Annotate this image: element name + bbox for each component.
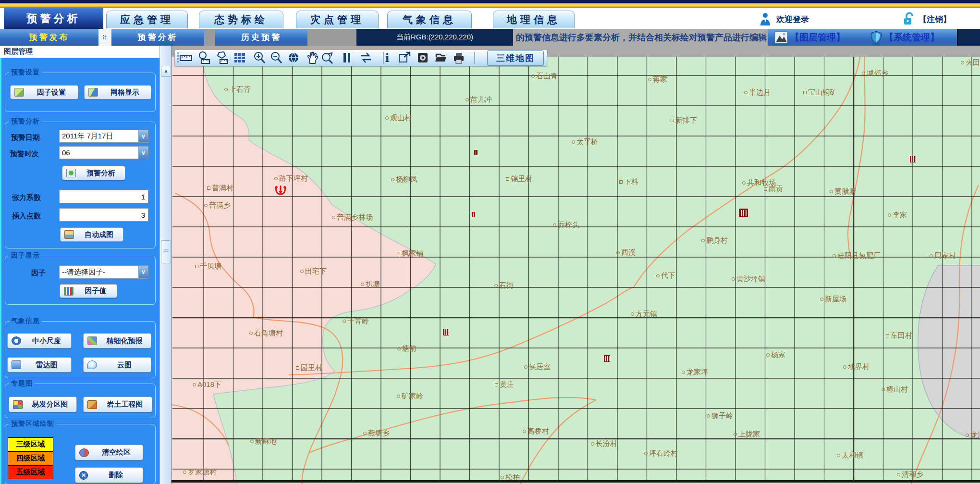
tab-1[interactable]: 预警分析: [4, 8, 103, 29]
sidebar-scrollbar[interactable]: ∧: [159, 46, 171, 484]
map-place-label: 火田: [961, 58, 980, 67]
tab-4[interactable]: 灾点管理: [296, 11, 379, 28]
circle-marker-icon: [820, 298, 823, 301]
layer-manage-button[interactable]: 【图层管理】: [774, 30, 845, 45]
circle-marker-icon: [631, 312, 634, 316]
group-title: 气象信息: [9, 317, 42, 325]
zone-level-5-swatch[interactable]: 五级区域: [8, 465, 53, 479]
pause-icon[interactable]: [340, 51, 354, 64]
warning-date-dropdown[interactable]: 2011年 7月17日 ∨: [59, 130, 148, 143]
map-place-label: 长汾村: [591, 439, 617, 448]
map-place-label: 车田村: [886, 331, 912, 340]
info-icon[interactable]: i: [380, 51, 394, 64]
map-bottom-edge: [172, 480, 980, 483]
zoom-previous-icon[interactable]: [320, 51, 334, 64]
thematic-button-2[interactable]: 岩土工程图: [83, 397, 152, 412]
map-3d-button[interactable]: 三维地图: [487, 50, 544, 66]
sub-tab-bar: 预警发布预警分析历史预警 计 当前RGB:(220,220,220) 的预警信息…: [0, 29, 980, 46]
factor-value-button[interactable]: 因子值: [60, 284, 117, 298]
unlock-icon: [903, 12, 915, 26]
circle-marker-icon: [531, 74, 535, 78]
circle-marker-icon: [397, 347, 401, 350]
warning-analyze-button[interactable]: 预警分析: [62, 166, 125, 180]
map-place-label: 下料: [619, 177, 638, 186]
chevron-down-icon[interactable]: ∨: [138, 266, 148, 278]
chevron-down-icon[interactable]: ∨: [138, 130, 148, 142]
square-marker-icon: [195, 265, 198, 268]
circle-marker-icon: [966, 434, 969, 437]
map-place-label: 太平桥: [572, 137, 598, 147]
logout-label: 【注销】: [919, 14, 951, 25]
map-place-label: 普满乡林场: [332, 213, 373, 222]
print-icon[interactable]: [452, 51, 466, 64]
group-title: 因子显示: [9, 251, 42, 260]
circle-marker-icon: [343, 320, 346, 323]
zoom-in-icon[interactable]: [253, 51, 266, 64]
map-place-label: 椿山村: [882, 385, 908, 394]
insert-points-input[interactable]: [59, 208, 148, 222]
map-place-label: 千贝塘: [195, 262, 221, 271]
scrollbar-handle[interactable]: [161, 240, 171, 263]
logout[interactable]: 【注销】: [903, 11, 951, 28]
circle-marker-icon: [494, 284, 498, 287]
sidebar-title-label: 图层管理: [4, 47, 33, 56]
delete-button[interactable]: ✕ 删除: [75, 467, 143, 483]
map-place-label: 田宅下: [300, 267, 327, 276]
disaster-point-marker: [472, 212, 475, 217]
user-icon: [759, 12, 772, 26]
tab-6[interactable]: 地理信息: [493, 11, 575, 28]
measure-circle-icon[interactable]: [197, 51, 210, 64]
subtab-1[interactable]: 预警发布: [0, 29, 98, 46]
map-place-label: 南贡: [764, 185, 783, 194]
export-icon[interactable]: [398, 51, 411, 64]
weather-button-4[interactable]: 云图: [83, 357, 151, 372]
factor-select-dropdown[interactable]: --请选择因子- ∨: [59, 265, 148, 279]
swap-arrows-icon[interactable]: [359, 51, 373, 64]
square-marker-icon: [506, 177, 509, 181]
tab-2[interactable]: 应急管理: [106, 11, 188, 28]
map-canvas[interactable]: 上石背苗儿冲石山青蒋家城郊乡火田半边月宝山铜矿观山村新排下太平桥共和牧场黄腊塘南…: [171, 46, 980, 484]
circle-marker-icon: [833, 254, 836, 258]
circle-marker-icon: [183, 471, 186, 474]
toolbar-separator: [474, 52, 475, 64]
grid-icon[interactable]: [233, 51, 246, 64]
zoom-out-icon[interactable]: [270, 51, 283, 64]
scroll-up-button[interactable]: ∧: [161, 66, 171, 77]
subtab-2[interactable]: 预警分析: [111, 29, 204, 46]
factor-settings-button[interactable]: 因子设置: [10, 85, 78, 99]
map-place-label: 西溪: [616, 248, 636, 257]
zone-level-3-swatch[interactable]: 三级区域: [8, 437, 53, 451]
circle-marker-icon: [837, 454, 840, 457]
disaster-point-marker: [739, 209, 748, 217]
save-icon[interactable]: [416, 51, 429, 64]
pan-hand-icon[interactable]: [306, 51, 319, 64]
thematic-button-1[interactable]: 易发分区图: [9, 397, 77, 412]
chevron-down-icon[interactable]: ∨: [138, 147, 148, 159]
grid-display-icon: [88, 88, 98, 97]
measure-distance-icon[interactable]: [179, 51, 193, 64]
layer-manage-label: 【图层管理】: [790, 31, 845, 44]
subtab-3[interactable]: 历史预警: [215, 29, 307, 46]
square-marker-icon: [495, 383, 498, 386]
weather-button-3[interactable]: 雷达图: [7, 357, 72, 372]
welcome-login[interactable]: 欢迎登录: [759, 11, 809, 28]
zone-level-4-swatch[interactable]: 四级区域: [8, 451, 53, 465]
warning-time-dropdown[interactable]: 06 ∨: [59, 146, 148, 159]
system-manage-button[interactable]: 【系统管理】: [870, 30, 939, 45]
geotech-map-icon: [87, 400, 97, 409]
weather-button-2[interactable]: 精细化预报: [83, 333, 151, 348]
tension-coefficient-input[interactable]: [59, 190, 148, 203]
separator: [204, 29, 215, 46]
globe-icon[interactable]: [287, 51, 300, 64]
auto-plot-button[interactable]: 自动成图: [60, 227, 123, 242]
gold-divider: [0, 3, 980, 8]
grid-display-button[interactable]: 网格显示: [84, 85, 151, 99]
measure-polygon-icon[interactable]: [215, 51, 229, 64]
weather-button-1[interactable]: 中小尺度: [7, 333, 72, 348]
tab-3[interactable]: 态势标绘: [199, 11, 283, 28]
square-marker-icon: [803, 91, 807, 94]
clear-region-button[interactable]: 清空绘区: [75, 445, 143, 460]
open-icon[interactable]: [434, 51, 447, 64]
tab-5[interactable]: 气象信息: [387, 11, 472, 28]
map-place-label: 地界村: [843, 362, 870, 372]
